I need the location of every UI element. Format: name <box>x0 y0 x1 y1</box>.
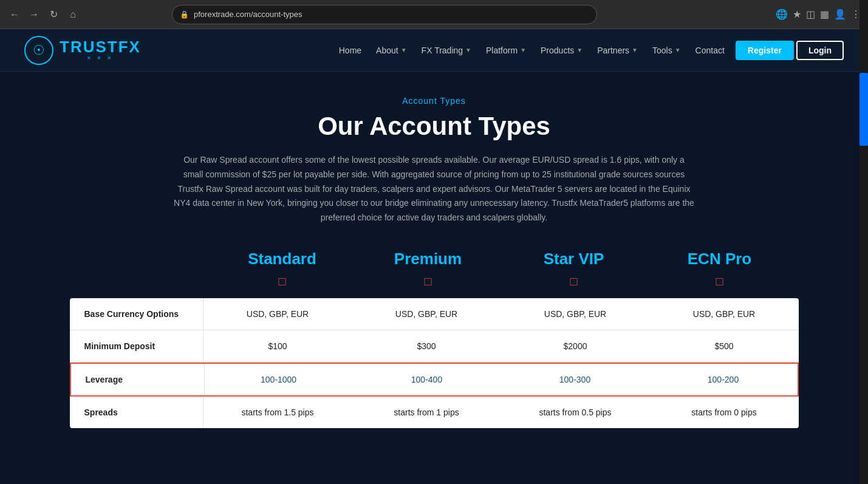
dropdown-arrow-partners: ▼ <box>632 47 638 53</box>
deposit-ecnpro: $500 <box>650 330 799 362</box>
address-bar[interactable]: 🔒 pforextrade.com/account-types <box>172 5 597 24</box>
section-description: Our Raw Spread account offers some of th… <box>173 153 695 225</box>
browser-actions: 🌐 ★ ◫ ▦ 👤 ⋮ <box>776 9 861 20</box>
account-header-standard: Standard □ <box>210 250 355 298</box>
bookmark-star-icon[interactable]: ★ <box>793 9 801 20</box>
section-title: Our Account Types <box>36 112 832 141</box>
nav-link-products[interactable]: Products ▼ <box>535 42 589 59</box>
content-area: Account Types Our Account Types Our Raw … <box>0 72 868 436</box>
nav-item-tools[interactable]: Tools ▼ <box>646 42 687 59</box>
scrollbar-thumb[interactable] <box>859 73 868 146</box>
leverage-standard: 100-1000 <box>205 364 353 395</box>
logo-text: TRUSTFX × × × <box>60 39 141 61</box>
table-row-leverage: Leverage 100-1000 100-400 100-300 100-20… <box>70 363 799 397</box>
dropdown-arrow-tools: ▼ <box>675 47 681 53</box>
url-text: pforextrade.com/account-types <box>194 10 302 19</box>
spreads-starvip: starts from 0.5 pips <box>501 397 650 428</box>
table-row-currency: Base Currency Options USD, GBP, EUR USD,… <box>70 298 799 330</box>
comparison-table: Base Currency Options USD, GBP, EUR USD,… <box>70 298 799 428</box>
navbar: ☉ TRUSTFX × × × Home About ▼ FX Trading … <box>0 29 868 72</box>
currency-premium: USD, GBP, EUR <box>352 298 501 330</box>
deposit-standard: $100 <box>203 330 352 362</box>
split-view-icon[interactable]: ▦ <box>820 9 829 20</box>
nav-link-partners[interactable]: Partners ▼ <box>591 42 644 59</box>
standard-icon: □ <box>210 274 355 288</box>
nav-link-contact[interactable]: Contact <box>689 42 731 59</box>
nav-item-about[interactable]: About ▼ <box>370 42 413 59</box>
account-name-premium: Premium <box>355 250 501 268</box>
lock-icon: 🔒 <box>180 10 189 19</box>
account-name-ecnpro: ECN Pro <box>647 250 793 268</box>
logo-icon: ☉ <box>24 36 53 65</box>
leverage-premium: 100-400 <box>353 364 501 395</box>
refresh-button[interactable]: ↻ <box>46 7 61 22</box>
profile-icon[interactable]: 👤 <box>834 9 846 20</box>
nav-link-fxtrading[interactable]: FX Trading ▼ <box>415 42 477 59</box>
back-button[interactable]: ← <box>7 7 22 22</box>
account-header-premium: Premium □ <box>355 250 501 298</box>
extensions-icon[interactable]: ◫ <box>806 9 815 20</box>
account-header-ecnpro: ECN Pro □ <box>647 250 793 298</box>
currency-starvip: USD, GBP, EUR <box>501 298 650 330</box>
browser-chrome: ← → ↻ ⌂ 🔒 pforextrade.com/account-types … <box>0 0 868 29</box>
nav-item-platform[interactable]: Platform ▼ <box>480 42 532 59</box>
nav-item-products[interactable]: Products ▼ <box>535 42 589 59</box>
nav-item-contact[interactable]: Contact <box>689 42 731 59</box>
account-header-starvip: Star VIP □ <box>501 250 647 298</box>
label-currency: Base Currency Options <box>70 298 203 330</box>
leverage-ecnpro: 100-200 <box>649 364 798 395</box>
dropdown-arrow-platform: ▼ <box>520 47 526 53</box>
leverage-starvip: 100-300 <box>501 364 649 395</box>
scrollbar[interactable] <box>859 0 868 436</box>
shield-icon: ☉ <box>33 43 45 58</box>
brand-name: TRUSTFX <box>60 39 141 55</box>
premium-icon: □ <box>355 274 501 288</box>
nav-item-home[interactable]: Home <box>333 42 367 59</box>
nav-link-tools[interactable]: Tools ▼ <box>646 42 687 59</box>
dropdown-arrow-about: ▼ <box>401 47 407 53</box>
nav-item-partners[interactable]: Partners ▼ <box>591 42 644 59</box>
ecnpro-icon: □ <box>647 274 793 288</box>
forward-button[interactable]: → <box>27 7 41 22</box>
register-button[interactable]: Register <box>736 41 794 60</box>
spreads-premium: starts from 1 pips <box>352 397 501 428</box>
logo-area: ☉ TRUSTFX × × × <box>24 36 141 65</box>
spreads-ecnpro: starts from 0 pips <box>650 397 799 428</box>
home-button[interactable]: ⌂ <box>66 7 80 22</box>
table-row-spreads: Spreads starts from 1.5 pips starts from… <box>70 397 799 428</box>
brand-sub: × × × <box>60 55 141 61</box>
nav-link-platform[interactable]: Platform ▼ <box>480 42 532 59</box>
nav-item-fxtrading[interactable]: FX Trading ▼ <box>415 42 477 59</box>
starvip-icon: □ <box>501 274 647 288</box>
account-name-standard: Standard <box>210 250 355 268</box>
dropdown-arrow-products: ▼ <box>576 47 583 53</box>
nav-links: Home About ▼ FX Trading ▼ Platform ▼ Pro… <box>333 42 731 59</box>
header-empty <box>76 250 210 298</box>
section-tag: Account Types <box>36 96 832 106</box>
translate-icon[interactable]: 🌐 <box>776 9 788 20</box>
nav-link-home[interactable]: Home <box>333 42 367 59</box>
deposit-starvip: $2000 <box>501 330 650 362</box>
login-button[interactable]: Login <box>796 41 844 60</box>
label-leverage: Leverage <box>71 364 205 395</box>
nav-link-about[interactable]: About ▼ <box>370 42 413 59</box>
deposit-premium: $300 <box>352 330 501 362</box>
currency-standard: USD, GBP, EUR <box>203 298 352 330</box>
account-name-starvip: Star VIP <box>501 250 647 268</box>
account-headers: Standard □ Premium □ Star VIP □ ECN Pro … <box>70 250 799 298</box>
currency-ecnpro: USD, GBP, EUR <box>650 298 799 330</box>
dropdown-arrow-fxtrading: ▼ <box>465 47 471 53</box>
spreads-standard: starts from 1.5 pips <box>203 397 352 428</box>
table-row-deposit: Minimum Deposit $100 $300 $2000 $500 <box>70 330 799 363</box>
label-deposit: Minimum Deposit <box>70 330 203 362</box>
label-spreads: Spreads <box>70 397 203 428</box>
